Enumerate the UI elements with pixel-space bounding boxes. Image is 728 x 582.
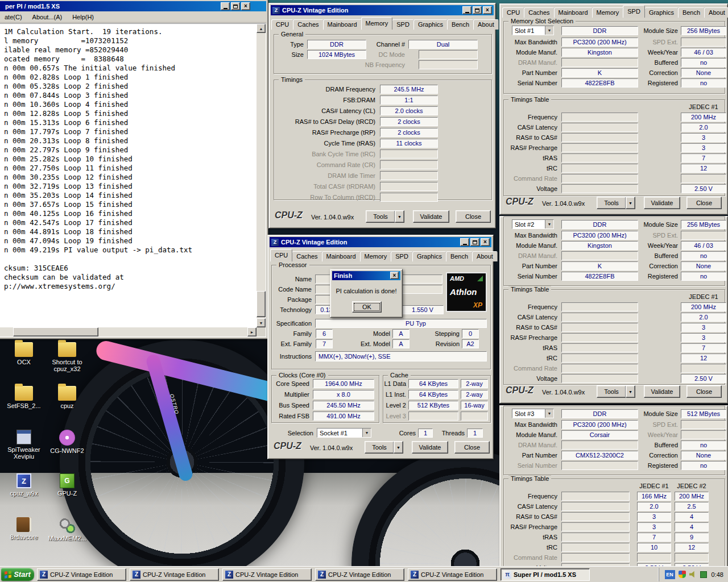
spd-field-label: Serial Number: [504, 273, 557, 280]
horizontal-scroll-thumb[interactable]: [13, 327, 98, 336]
desktop-icon[interactable]: SetFSB_2...: [2, 384, 46, 427]
tab[interactable]: CPU: [270, 249, 292, 261]
desktop-icon[interactable]: CG-NWNF2: [46, 427, 89, 471]
minimize-button[interactable]: [221, 2, 230, 10]
desktop-icon[interactable]: cpuz_w9x: [2, 471, 46, 515]
start-button[interactable]: Start: [1, 568, 34, 581]
minimize-button[interactable]: [460, 238, 469, 246]
slot-select[interactable]: Slot #3 ▼: [512, 409, 554, 418]
tools-button[interactable]: Tools: [366, 210, 395, 223]
timing-value: 12: [681, 164, 726, 173]
ok-button[interactable]: OK: [352, 301, 382, 313]
tab[interactable]: Bench: [678, 7, 705, 18]
language-indicator[interactable]: EN: [665, 570, 675, 579]
vertical-scroll-thumb[interactable]: [257, 291, 266, 317]
taskbar-button[interactable]: Z CPU-Z Vintage Edition: [37, 568, 126, 581]
tab[interactable]: Bench: [446, 251, 473, 261]
menu-item[interactable]: ate(C): [5, 14, 22, 20]
close-button[interactable]: ×: [390, 272, 399, 279]
tab[interactable]: Bench: [447, 19, 474, 30]
tab[interactable]: SPD: [623, 5, 645, 18]
slot-type-value: DDR: [561, 26, 638, 35]
scroll-right-arrow[interactable]: ►: [247, 327, 257, 336]
tab[interactable]: SPD: [391, 251, 413, 261]
slot-select[interactable]: Slot #2 ▼: [512, 219, 554, 229]
volume-icon[interactable]: [689, 571, 697, 578]
cpuz-titlebar[interactable]: Z CPU-Z Vintage Edition ×: [270, 237, 491, 247]
monitor-tray-icon[interactable]: [700, 571, 707, 578]
tab[interactable]: Mainboard: [322, 251, 361, 261]
tab[interactable]: Caches: [293, 19, 323, 30]
tab[interactable]: Mainboard: [323, 19, 362, 30]
tools-button[interactable]: Tools: [597, 385, 626, 398]
tab[interactable]: CPU: [502, 7, 524, 18]
timing-value-jedec2: 200 MHz: [675, 492, 709, 501]
tools-dropdown-arrow[interactable]: ▼: [395, 210, 404, 223]
tab[interactable]: Mainboard: [554, 7, 593, 18]
tab[interactable]: Graphics: [413, 19, 448, 30]
taskbar-button[interactable]: Z CPU-Z Vintage Edition: [130, 568, 219, 581]
taskbar-button[interactable]: Z CPU-Z Vintage Edition: [315, 568, 404, 581]
socket-select[interactable]: Socket #1 ▼: [317, 428, 371, 438]
cpuz-titlebar[interactable]: Z CPU-Z Vintage Edition ×: [271, 5, 494, 15]
tools-dropdown-arrow[interactable]: ▼: [394, 441, 403, 454]
superpi-titlebar[interactable]: per PI / mod1.5 XS ×: [0, 1, 266, 11]
slot-select[interactable]: Slot #1 ▼: [512, 26, 554, 35]
menu-item[interactable]: Help(H): [72, 14, 94, 20]
close-button[interactable]: Close: [686, 197, 722, 209]
horizontal-scrollbar[interactable]: ◄ ►: [0, 327, 257, 336]
close-button[interactable]: ×: [241, 2, 250, 10]
close-button[interactable]: ×: [483, 6, 492, 14]
desktop-icon[interactable]: 8rdavcore: [2, 515, 46, 559]
maximize-button[interactable]: [473, 6, 482, 14]
timing-value: 200 MHz: [681, 302, 726, 311]
tools-dropdown-arrow[interactable]: ▼: [626, 385, 635, 398]
tab[interactable]: About: [472, 251, 498, 261]
tab[interactable]: Caches: [524, 7, 554, 18]
tab[interactable]: About: [473, 19, 499, 30]
desktop-icon[interactable]: SpiTweaker Xevipiu: [2, 427, 46, 471]
vertical-scrollbar[interactable]: ▲ ▼: [257, 24, 266, 327]
tab[interactable]: Memory: [360, 251, 392, 261]
selection-label: Selection: [280, 430, 313, 436]
taskbar-button[interactable]: π Super PI / mod1.5 XS: [500, 568, 590, 581]
clock[interactable]: 0:48: [712, 571, 723, 578]
ext-model-label: Ext. Model: [351, 340, 390, 347]
close-button[interactable]: Close: [686, 385, 722, 398]
tools-button[interactable]: Tools: [365, 441, 394, 454]
minimize-button[interactable]: [462, 6, 471, 14]
taskbar-button[interactable]: Z CPU-Z Vintage Edition: [408, 568, 497, 581]
validate-button[interactable]: Validate: [413, 210, 449, 223]
tab[interactable]: SPD: [392, 19, 414, 30]
scroll-down-arrow[interactable]: ▼: [257, 318, 266, 327]
desktop-icon[interactable]: Shortcut to cpuz_x32: [46, 340, 89, 384]
menu-item[interactable]: About...(A): [32, 14, 63, 20]
tab[interactable]: Memory: [592, 7, 624, 18]
timing-row: RAS# Precharge (tRP) 2 clocks: [274, 128, 491, 139]
maximize-button[interactable]: [231, 2, 240, 10]
desktop-icon[interactable]: GPU-Z: [46, 471, 89, 515]
tools-button[interactable]: Tools: [597, 197, 626, 209]
desktop-icon[interactable]: MaxxMEM2...: [46, 515, 89, 559]
validate-button[interactable]: Validate: [644, 385, 680, 398]
output-line: n 00m 22.797s Loop 9 finished: [4, 146, 255, 155]
tab[interactable]: About: [704, 7, 728, 18]
dialog-titlebar[interactable]: Finish ×: [332, 271, 400, 280]
tab[interactable]: Memory: [361, 17, 393, 30]
scroll-up-arrow[interactable]: ▲: [257, 24, 266, 33]
tools-dropdown-arrow[interactable]: ▼: [626, 197, 635, 209]
tab[interactable]: Graphics: [644, 7, 679, 18]
tab[interactable]: Graphics: [412, 251, 446, 261]
tab[interactable]: CPU: [271, 19, 293, 30]
tab[interactable]: Caches: [292, 251, 322, 261]
desktop-icon[interactable]: cpuz: [46, 384, 89, 427]
desktop-icon[interactable]: OCX: [2, 340, 46, 384]
validate-button[interactable]: Validate: [412, 441, 448, 454]
validate-button[interactable]: Validate: [644, 197, 680, 209]
maximize-button[interactable]: [470, 238, 479, 246]
taskbar-button[interactable]: Z CPU-Z Vintage Edition: [222, 568, 312, 581]
close-button[interactable]: Close: [454, 441, 490, 454]
close-button[interactable]: ×: [481, 238, 490, 246]
security-shield-icon[interactable]: [679, 571, 686, 578]
close-button[interactable]: Close: [456, 210, 491, 223]
